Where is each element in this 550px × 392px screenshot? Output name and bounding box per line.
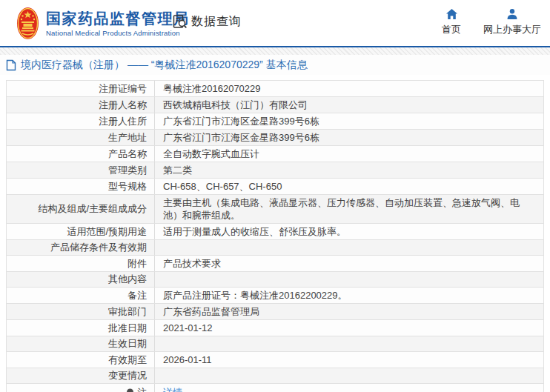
row-label: 注: [7, 384, 155, 392]
agency-name-cn: 国家药品监督管理局: [46, 10, 190, 27]
table-row-expiry-date: 有效期至 2026-01-11: [7, 352, 543, 368]
table-row-approval-date: 批准日期 2021-01-12: [7, 320, 543, 336]
details-link[interactable]: 详情: [163, 386, 182, 392]
nav-item-home[interactable]: 首页: [442, 8, 461, 36]
table-row-product-name: 产品名称 全自动数字腕式血压计: [7, 146, 543, 162]
row-value: 主要由主机（集成电路、液晶显示器、压力传感器、自动加压装置、急速放气阀、电池）和…: [155, 195, 543, 223]
home-icon: [445, 8, 458, 20]
row-value: 广东省江门市江海区金星路399号6栋: [155, 130, 543, 145]
row-value: [155, 368, 543, 383]
table-row-model-spec: 型号规格 CH-658、CH-657、CH-650: [7, 179, 543, 195]
page-header: 国家药品监督管理局 National Medical Products Admi…: [0, 0, 550, 46]
row-label-text: 注: [137, 387, 147, 392]
national-emblem-icon: [16, 7, 39, 40]
note-icon: [126, 388, 134, 392]
row-label: 批准日期: [7, 320, 155, 336]
row-value: [155, 240, 543, 255]
row-label: 附件: [7, 256, 155, 271]
row-value: 西铁城精电科技（江门）有限公司: [155, 97, 543, 113]
row-value: 广东省江门市江海区金星路399号6栋: [155, 113, 543, 129]
table-row-effective-date: 生效日期: [7, 336, 543, 352]
row-label: 产品名称: [7, 146, 155, 162]
data-query-tab[interactable]: 数据查询: [172, 14, 242, 30]
row-value: 原产品注册证号：粤械注准20162200229。: [155, 288, 543, 303]
row-label: 产品储存条件及有效期: [7, 240, 155, 255]
row-value: 广东省药品监督管理局: [155, 304, 543, 319]
table-row-change-status: 变更情况: [7, 368, 543, 384]
row-label: 型号规格: [7, 179, 155, 194]
table-row-note: 注 详情: [7, 384, 543, 392]
row-value: [155, 272, 543, 287]
row-value: 2021-01-12: [155, 320, 543, 336]
row-label: 生效日期: [7, 336, 155, 351]
row-value: 适用于测量成人的收缩压、舒张压及脉率。: [155, 224, 543, 239]
row-label: 结构及组成/主要组成成分: [7, 195, 155, 223]
row-label: 审批部门: [7, 304, 155, 319]
table-row-registrant-address: 注册人住所 广东省江门市江海区金星路399号6栋: [7, 113, 543, 130]
row-value: 粤械注准20162070229: [155, 81, 543, 96]
breadcrumb: 境内医疗器械（注册） —— “粤械注准20162070229” 基本信息: [0, 55, 550, 75]
table-row-other-content: 其他内容: [7, 272, 543, 288]
registration-info-table: 注册证编号 粤械注准20162070229 注册人名称 西铁城精电科技（江门）有…: [6, 80, 544, 392]
agency-name-en: National Medical Products Administration: [46, 29, 190, 37]
row-label: 注册人名称: [7, 97, 155, 113]
table-row-attachment: 附件 产品技术要求: [7, 256, 543, 272]
data-query-label: 数据查询: [191, 14, 242, 30]
row-value: 第二类: [155, 162, 543, 178]
table-row-approval-department: 审批部门 广东省药品监督管理局: [7, 304, 543, 320]
header-nav: 首页 网上办事大厅: [442, 8, 541, 36]
row-label: 管理类别: [7, 162, 155, 178]
row-label: 备注: [7, 288, 155, 303]
table-row-intended-use: 适用范围/预期用途 适用于测量成人的收缩压、舒张压及脉率。: [7, 224, 543, 240]
table-row-management-category: 管理类别 第二类: [7, 162, 543, 179]
nav-item-label: 网上办事大厅: [483, 23, 541, 36]
person-icon: [506, 8, 518, 20]
row-value: [155, 336, 543, 351]
row-value: CH-658、CH-657、CH-650: [155, 179, 543, 194]
document-search-icon: [172, 14, 188, 30]
table-row-remarks: 备注 原产品注册证号：粤械注准20162200229。: [7, 288, 543, 304]
row-label: 注册证编号: [7, 81, 155, 96]
table-row-production-address: 生产地址 广东省江门市江海区金星路399号6栋: [7, 130, 543, 146]
table-row-cert-number: 注册证编号 粤械注准20162070229: [7, 81, 543, 97]
table-row-composition: 结构及组成/主要组成成分 主要由主机（集成电路、液晶显示器、压力传感器、自动加压…: [7, 195, 543, 224]
agency-logo[interactable]: 国家药品监督管理局 National Medical Products Admi…: [16, 7, 190, 40]
row-label: 其他内容: [7, 272, 155, 287]
row-label: 生产地址: [7, 130, 155, 145]
nav-item-service-hall[interactable]: 网上办事大厅: [483, 8, 541, 36]
row-value: 2026-01-11: [155, 352, 543, 368]
row-label: 有效期至: [7, 352, 155, 368]
row-label: 注册人住所: [7, 113, 155, 129]
row-label: 变更情况: [7, 368, 155, 383]
breadcrumb-text: 境内医疗器械（注册） —— “粤械注准20162070229” 基本信息: [21, 59, 308, 72]
table-row-storage-validity: 产品储存条件及有效期: [7, 240, 543, 256]
document-icon: [6, 59, 16, 71]
row-value: 产品技术要求: [155, 256, 543, 271]
nav-item-label: 首页: [442, 23, 461, 36]
hatched-strip: [0, 47, 550, 55]
row-value: 全自动数字腕式血压计: [155, 146, 543, 162]
table-row-registrant-name: 注册人名称 西铁城精电科技（江门）有限公司: [7, 97, 543, 113]
row-label: 适用范围/预期用途: [7, 224, 155, 239]
agency-title-block: 国家药品监督管理局 National Medical Products Admi…: [46, 10, 190, 37]
